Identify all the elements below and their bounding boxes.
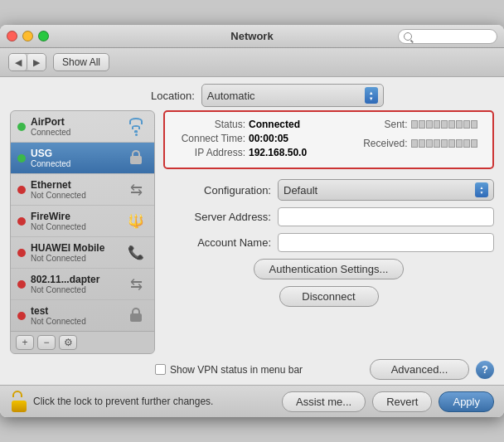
window-controls [7,31,49,41]
account-row: Account Name: admin [163,233,494,252]
configuration-select[interactable]: Default [278,179,494,201]
server-row: Server Address: 10.59.1.187 [163,207,494,226]
search-icon [404,32,412,41]
assist-button[interactable]: Assist me... [282,391,366,412]
window-title: Network [230,30,273,42]
usg-lock-icon [124,150,148,167]
phone-icon: 📞 [124,245,148,261]
airport-status: Connected [31,128,119,137]
ip-label: IP Address: [175,147,245,158]
location-select[interactable]: Automatic [201,84,384,107]
vpn-checkbox[interactable] [155,364,166,375]
account-name-input[interactable]: admin [278,233,494,252]
airport-text: AirPort Connected [31,116,119,137]
body-area: AirPort Connected [0,110,504,354]
802-name: 802.11...dapter [31,274,119,285]
maximize-button[interactable] [38,31,49,41]
config-label: Configuration: [163,184,271,197]
ethernet-status: Not Connected [31,191,119,200]
usg-indicator [17,154,26,163]
minimize-button[interactable] [22,31,33,41]
help-button[interactable]: ? [476,361,494,379]
remove-network-button[interactable]: − [37,335,56,350]
vpn-row: Show VPN status in menu bar Advanced... … [0,354,504,385]
search-input[interactable] [412,32,487,41]
settings-network-button[interactable]: ⚙ [59,335,77,350]
server-label: Server Address: [163,211,271,223]
status-value: Connected [249,119,300,130]
sidebar-item-firewire[interactable]: FireWire Not Connected 🔱 [11,206,154,237]
ethernet-text: Ethernet Not Connected [31,179,119,200]
firewire-name: FireWire [31,211,119,222]
sent-label: Sent: [337,119,408,130]
account-label: Account Name: [163,236,271,249]
search-box[interactable] [398,29,497,44]
forward-button[interactable]: ▶ [27,54,46,70]
sidebar: AirPort Connected [10,110,155,354]
config-row: Configuration: Default [163,179,494,201]
revert-button[interactable]: Revert [372,391,432,412]
ethernet-indicator [17,186,26,194]
test-text: test Not Connected [31,305,119,326]
802-icon: ⇆ [124,276,148,293]
status-line: Status: Connected [175,119,321,130]
usg-text: USG Connected [31,148,119,168]
firewire-status: Not Connected [31,222,119,231]
add-network-button[interactable]: + [16,335,34,350]
huawei-status: Not Connected [31,254,119,263]
footer-bar: Click the lock to prevent further change… [0,385,504,417]
close-button[interactable] [7,31,17,41]
sidebar-item-airport[interactable]: AirPort Connected [11,111,154,143]
network-window: Network ◀ ▶ Show All Location: Automatic [0,25,504,417]
advanced-button[interactable]: Advanced... [370,359,469,380]
huawei-name: HUAWEI Mobile [31,242,119,254]
sent-line: Sent: [337,119,483,130]
location-arrows-icon [365,87,378,104]
show-all-button[interactable]: Show All [53,53,109,71]
sent-bar [411,120,477,129]
status-label: Status: [175,119,245,130]
status-row: Status: Connected Connect Time: 00:00:05… [175,119,482,161]
lock-area[interactable]: Click the lock to prevent further change… [10,391,213,412]
802-status: Not Connected [31,285,119,294]
auth-btn-row: Authentication Settings... [163,259,494,279]
back-button[interactable]: ◀ [9,54,27,70]
firewire-indicator [17,217,26,226]
config-select-arrows-icon [475,182,488,197]
802-indicator [17,280,26,289]
wifi-icon [124,119,148,135]
sidebar-item-test[interactable]: test Not Connected [11,300,154,331]
test-status: Not Connected [31,317,119,326]
usg-name: USG [31,148,119,159]
lock-icon [10,391,28,412]
status-right: Sent: Received: [337,119,483,161]
vpn-label: Show VPN status in menu bar [170,364,303,376]
server-address-input[interactable]: 10.59.1.187 [278,207,494,226]
location-select-text: Automatic [207,90,365,102]
firewire-text: FireWire Not Connected [31,211,119,231]
location-row: Location: Automatic [0,77,504,110]
sidebar-footer: + − ⚙ [11,331,154,353]
lock-shackle [12,391,22,397]
received-bar [411,139,477,148]
sidebar-item-802[interactable]: 802.11...dapter Not Connected ⇆ [11,269,154,300]
ethernet-name: Ethernet [31,179,119,191]
auth-settings-button[interactable]: Authentication Settings... [254,259,405,279]
test-indicator [17,312,26,320]
apply-button[interactable]: Apply [439,391,494,412]
disconnect-button[interactable]: Disconnect [279,286,379,307]
sidebar-item-huawei[interactable]: HUAWEI Mobile Not Connected 📞 [11,237,154,269]
connect-time-value: 00:00:05 [249,133,288,144]
network-list: AirPort Connected [11,111,154,331]
disconnect-btn-row: Disconnect [163,286,494,307]
location-label: Location: [151,90,195,102]
firewire-icon: 🔱 [124,213,148,230]
huawei-text: HUAWEI Mobile Not Connected [31,242,119,263]
right-panel: Status: Connected Connect Time: 00:00:05… [163,110,494,354]
config-select-text: Default [284,184,475,197]
sidebar-item-ethernet[interactable]: Ethernet Not Connected ⇆ [11,174,154,206]
sidebar-item-usg[interactable]: USG Connected [11,143,154,174]
lock-text: Click the lock to prevent further change… [33,396,213,407]
ip-value: 192.168.50.0 [249,147,307,158]
test-name: test [31,305,119,317]
